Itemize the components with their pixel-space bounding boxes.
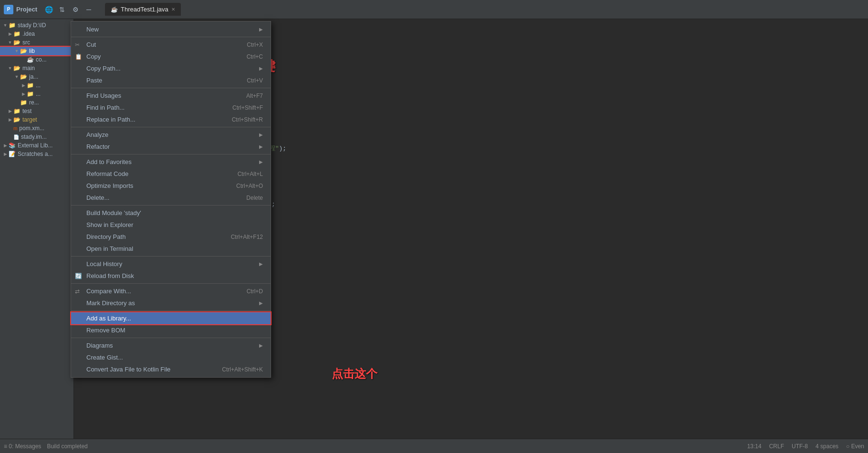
tree-item-scratches[interactable]: ▶ 📝 Scratches a... (0, 150, 73, 158)
menu-item-paste[interactable]: Paste Ctrl+V (71, 74, 271, 86)
menu-item-cut[interactable]: ✂ Cut Ctrl+X (71, 39, 271, 51)
tree-item-main[interactable]: ▼ 📂 main (0, 64, 73, 72)
tree-item-target[interactable]: ▶ 📂 target (0, 115, 73, 124)
menu-label-markdirectoryas: Mark Directory as (86, 299, 135, 307)
menu-label-refactor: Refactor (86, 143, 110, 150)
tree-label-pom: pom.xm... (19, 125, 44, 132)
tab-close-button[interactable]: ✕ (171, 7, 175, 12)
tab-file-icon: ☕ (111, 6, 118, 13)
even-status: ○ Even (846, 443, 864, 450)
menu-label-delete: Delete... (86, 194, 109, 201)
tree-item-iml[interactable]: 📄 stady.im... (0, 133, 73, 141)
separator-6 (71, 256, 271, 257)
tree-item-src[interactable]: ▼ 📂 src (0, 38, 73, 47)
sidebar: ▼ 📁 stady D:\ID ▶ 📁 .idea ▼ 📂 src ▼ 📂 li… (0, 19, 74, 439)
menu-item-optimizeimports[interactable]: Optimize Imports Ctrl+Alt+O (71, 180, 271, 192)
menu-item-markdirectoryas[interactable]: Mark Directory as ▶ (71, 297, 271, 309)
shortcut-reformat: Ctrl+Alt+L (238, 171, 263, 177)
title-bar-icons: 🌐 ⇅ ⚙ ─ (44, 5, 94, 14)
menu-label-creategist: Create Gist... (86, 354, 123, 361)
menu-item-comparewith[interactable]: ⇄ Compare With... Ctrl+D (71, 285, 271, 297)
submenu-arrow-diagrams: ▶ (259, 343, 263, 348)
menu-item-removebom[interactable]: Remove BOM (71, 324, 271, 336)
tree-item-re[interactable]: 📁 re... (0, 98, 73, 107)
tree-item-root[interactable]: ▼ 📁 stady D:\ID (0, 21, 73, 30)
separator-3 (71, 127, 271, 127)
status-right: 13:14 CRLF UTF-8 4 spaces ○ Even (747, 443, 864, 450)
tree-label-scratches: Scratches a... (18, 151, 52, 157)
split-icon[interactable]: ⇅ (57, 5, 67, 14)
menu-item-replaceinpath[interactable]: Replace in Path... Ctrl+Shift+R (71, 113, 271, 125)
tree-item-co[interactable]: ☕ co... (0, 55, 73, 64)
menu-item-diagrams[interactable]: Diagrams ▶ (71, 340, 271, 351)
messages-icon[interactable]: ≡ 0: Messages (4, 443, 41, 450)
title-bar-left: P Project 🌐 ⇅ ⚙ ─ (4, 5, 94, 14)
minimize-icon[interactable]: ─ (84, 5, 94, 14)
shortcut-optimizeimports: Ctrl+Alt+O (236, 183, 263, 189)
tree-item-sub1[interactable]: ▶ 📁 ... (0, 81, 73, 90)
menu-item-refactor[interactable]: Refactor ▶ (71, 141, 271, 153)
tree-item-sub2[interactable]: ▶ 📁 ... (0, 90, 73, 98)
menu-item-delete[interactable]: Delete... Delete (71, 192, 271, 204)
menu-item-copypath[interactable]: Copy Path... ▶ (71, 62, 271, 74)
separator-2 (71, 88, 271, 88)
menu-item-creategist[interactable]: Create Gist... (71, 351, 271, 363)
menu-item-findinpath[interactable]: Find in Path... Ctrl+Shift+F (71, 102, 271, 113)
menu-label-addtofavorites: Add to Favorites (86, 158, 132, 165)
menu-item-findusages[interactable]: Find Usages Alt+F7 (71, 90, 271, 102)
tree-label-co: co... (36, 56, 47, 63)
menu-label-openinterminal: Open in Terminal (86, 245, 133, 252)
menu-item-buildmodule[interactable]: Build Module 'stady' (71, 207, 271, 219)
tree-label-test: test (22, 108, 31, 114)
menu-label-buildmodule: Build Module 'stady' (86, 209, 141, 216)
menu-item-openinterminal[interactable]: Open in Terminal (71, 243, 271, 255)
menu-item-copy[interactable]: 📋 Copy Ctrl+C (71, 51, 271, 62)
menu-item-addtofavorites[interactable]: Add to Favorites ▶ (71, 156, 271, 168)
tree-label-re: re... (29, 99, 39, 106)
menu-label-replaceinpath: Replace in Path... (86, 116, 136, 123)
submenu-arrow-analyze: ▶ (259, 132, 263, 137)
tree-label-sub2: ... (36, 91, 41, 97)
shortcut-replaceinpath: Ctrl+Shift+R (232, 116, 263, 123)
menu-label-copy: Copy (86, 53, 101, 60)
tree-item-pom[interactable]: m pom.xm... (0, 124, 73, 133)
menu-item-directorypath[interactable]: Directory Path Ctrl+Alt+F12 (71, 231, 271, 243)
shortcut-compare: Ctrl+D (247, 288, 263, 295)
menu-item-addaslibrary[interactable]: Add as Library... (71, 312, 271, 324)
menu-label-copypath: Copy Path... (86, 65, 121, 72)
separator-1 (71, 37, 271, 37)
submenu-arrow-new: ▶ (259, 27, 263, 32)
tree-label-root: stady D:\ID (18, 22, 46, 29)
submenu-arrow-localhistory: ▶ (259, 261, 263, 267)
separator-9 (71, 338, 271, 338)
menu-label-cut: Cut (86, 41, 96, 48)
tree-item-lib[interactable]: ▼ 📂 lib (0, 47, 73, 55)
tree-item-java[interactable]: ▼ 📂 ja... (0, 72, 73, 81)
submenu-arrow-favorites: ▶ (259, 159, 263, 165)
tab-threadtest1[interactable]: ☕ ThreadTest1.java ✕ (105, 3, 181, 16)
line-col: 13:14 (747, 443, 762, 450)
menu-item-reloadfromdisk[interactable]: 🔄 Reload from Disk (71, 270, 271, 282)
tree-item-idea[interactable]: ▶ 📁 .idea (0, 30, 73, 38)
globe-icon[interactable]: 🌐 (44, 5, 53, 14)
menu-item-reformatcode[interactable]: Reformat Code Ctrl+Alt+L (71, 168, 271, 180)
menu-item-showinexplorer[interactable]: Show in Explorer (71, 219, 271, 231)
menu-label-directorypath: Directory Path (86, 233, 125, 240)
menu-item-new[interactable]: New ▶ (71, 23, 271, 35)
menu-label-addaslibrary: Add as Library... (86, 315, 131, 322)
context-menu: New ▶ ✂ Cut Ctrl+X 📋 Copy Ctrl+C Copy Pa… (71, 21, 271, 378)
menu-label-reformatcode: Reformat Code (86, 170, 128, 177)
menu-item-converttokotlin[interactable]: Convert Java File to Kotlin File Ctrl+Al… (71, 363, 271, 375)
project-icon: P (4, 5, 13, 14)
menu-label-findusages: Find Usages (86, 92, 121, 99)
menu-item-analyze[interactable]: Analyze ▶ (71, 129, 271, 141)
tree-label-extlib: External Lib... (18, 142, 52, 149)
menu-item-localhistory[interactable]: Local History ▶ (71, 258, 271, 270)
settings-icon[interactable]: ⚙ (71, 5, 80, 14)
separator-5 (71, 205, 271, 206)
tree-label-java: ja... (29, 73, 38, 80)
tree-item-test[interactable]: ▶ 📁 test (0, 107, 73, 115)
tree-label-lib: lib (29, 48, 35, 54)
tree-item-extlib[interactable]: ▶ 📚 External Lib... (0, 141, 73, 150)
shortcut-cut: Ctrl+X (247, 41, 263, 48)
